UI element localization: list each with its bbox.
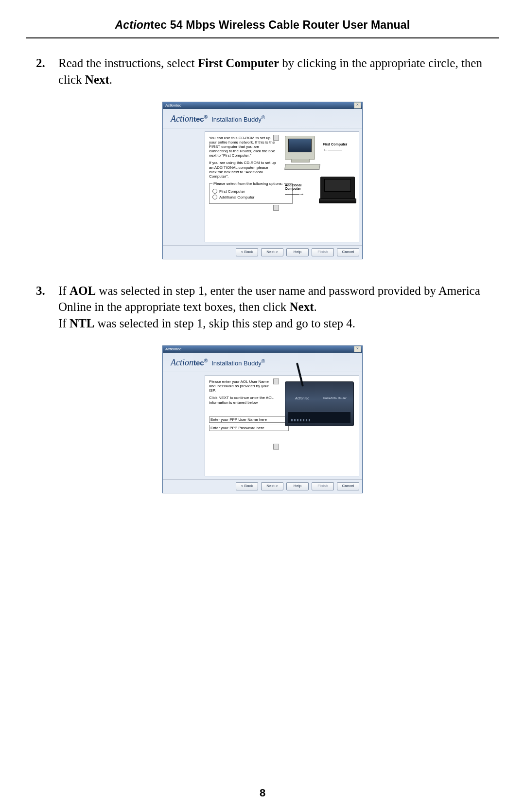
- header-brand-italic: Action: [115, 18, 151, 31]
- arrow-left-icon: ←———: [323, 147, 347, 152]
- scroll-up-icon[interactable]: [273, 379, 279, 384]
- radio-icon: [212, 195, 217, 199]
- step-2: 2. Read the instructions, select First C…: [36, 55, 489, 88]
- finish-button: Finish: [312, 482, 334, 490]
- wizard-step3-window: Actiontec × Actiontec® Installation Budd…: [162, 345, 363, 493]
- radio-additional-computer[interactable]: Additional Computer: [212, 195, 289, 199]
- cancel-button[interactable]: Cancel: [337, 482, 359, 490]
- scroll-down-icon[interactable]: [273, 205, 279, 211]
- label-additional-computer: Additional Computer: [285, 183, 317, 190]
- back-button[interactable]: < Back: [236, 482, 258, 490]
- options-fieldset: Please select from the following options…: [209, 181, 293, 204]
- close-icon[interactable]: ×: [354, 346, 361, 352]
- wizard-titlebar: Actiontec ×: [163, 346, 362, 353]
- wizard-illustration: First Computer ←——— Additional Computer …: [285, 136, 355, 200]
- wizard-header: Actiontec® Installation Buddy®: [163, 353, 362, 372]
- product-name: Installation Buddy®: [211, 116, 265, 123]
- next-button[interactable]: Next >: [261, 248, 283, 256]
- arrow-right-icon: ———→: [285, 191, 317, 197]
- step-2-body: Read the instructions, select First Comp…: [58, 55, 489, 88]
- titlebar-logo: Actiontec: [164, 347, 181, 351]
- step-3: 3. If AOL was selected in step 1, enter …: [36, 283, 489, 332]
- keyboard-icon: [284, 164, 320, 170]
- radio-first-computer[interactable]: First Computer: [212, 189, 289, 194]
- product-name: Installation Buddy®: [211, 360, 265, 367]
- wizard-content-panel: You can use this CD-ROM to set up your e…: [205, 131, 359, 242]
- wizard-content-panel: Please enter your AOL User Name and Pass…: [205, 375, 359, 476]
- cancel-button[interactable]: Cancel: [337, 248, 359, 256]
- help-button[interactable]: Help: [286, 482, 309, 490]
- router-icon: Actiontec Cable/DSL Router: [285, 381, 354, 426]
- wizard-button-bar: < Back Next > Help Finish Cancel: [163, 479, 362, 493]
- wizard-instructions: You can use this CD-ROM to set up your e…: [209, 136, 276, 179]
- running-header: Actiontec 54 Mbps Wireless Cable Router …: [26, 18, 499, 37]
- ppp-username-input[interactable]: [209, 416, 289, 423]
- label-first-computer: First Computer: [323, 143, 347, 146]
- titlebar-logo: Actiontec: [164, 103, 181, 108]
- scroll-up-icon[interactable]: [273, 135, 279, 141]
- page-number: 8: [0, 787, 525, 799]
- back-button[interactable]: < Back: [236, 248, 258, 256]
- brand-italic: Action: [171, 114, 193, 124]
- finish-button: Finish: [312, 248, 334, 256]
- step-3-number: 3.: [36, 283, 58, 332]
- wizard-illustration: Actiontec Cable/DSL Router: [285, 377, 355, 426]
- brand-italic: Action: [171, 358, 193, 367]
- help-button[interactable]: Help: [286, 248, 309, 256]
- wizard-instructions: Please enter your AOL User Name and Pass…: [209, 379, 276, 405]
- close-icon[interactable]: ×: [354, 102, 361, 108]
- step-3-body: If AOL was selected in step 1, enter the…: [58, 283, 489, 332]
- next-button[interactable]: Next >: [261, 482, 283, 490]
- laptop-icon: [320, 177, 355, 200]
- wizard-step2-window: Actiontec × Actiontec® Installation Budd…: [162, 102, 363, 259]
- options-legend: Please select from the following options…: [212, 181, 284, 186]
- desktop-computer-icon: [285, 136, 315, 160]
- header-rule: [26, 37, 499, 38]
- radio-icon: [212, 189, 217, 194]
- header-brand-rest: tec 54 Mbps Wireless Cable Router User M…: [150, 18, 410, 31]
- step-2-number: 2.: [36, 55, 58, 88]
- wizard-button-bar: < Back Next > Help Finish Cancel: [163, 245, 362, 259]
- wizard-titlebar: Actiontec ×: [163, 102, 362, 109]
- ppp-password-input[interactable]: [209, 425, 289, 431]
- wizard-header: Actiontec® Installation Buddy®: [163, 109, 362, 128]
- scroll-down-icon[interactable]: [273, 444, 279, 450]
